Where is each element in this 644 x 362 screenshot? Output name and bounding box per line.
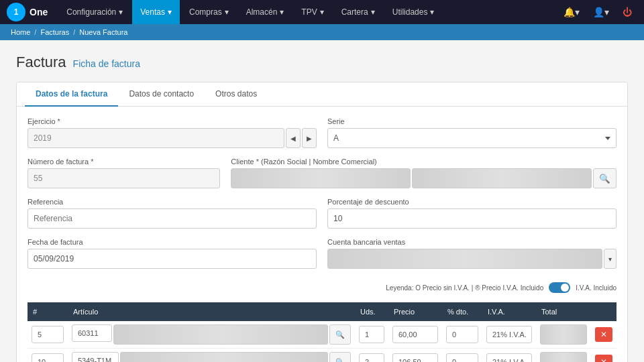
user-button[interactable]: 👤 ▾ [588,0,614,24]
row2-uds-input[interactable] [359,353,384,362]
col-precio: Precio [388,302,442,321]
porcentaje-input[interactable] [327,208,616,229]
row1-precio [388,321,442,349]
invoice-table: # Artículo Uds. Precio % dto. I.V.A. Tot… [28,302,616,362]
row1-num-input[interactable] [32,326,64,343]
row2-delete-btn[interactable]: ✕ [595,355,612,362]
form-row-4: Fecha de factura Cuenta bancaria ventas … [28,238,616,269]
power-button[interactable]: ⏻ [617,0,637,24]
row1-search-btn[interactable]: 🔍 [329,324,351,345]
col-total: Total [536,302,591,321]
fecha-input[interactable] [28,249,317,269]
nav-item-compras[interactable]: Compras ▾ [181,0,237,24]
chevron-down-icon: ▾ [168,7,172,17]
ejercicio-group: Ejercicio * ◀ ▶ [28,117,317,148]
table-row: 🔍 [28,321,616,349]
brand[interactable]: 1 One [7,3,48,21]
nav-item-tpv[interactable]: TPV ▾ [293,0,331,24]
breadcrumb-home[interactable]: Home [11,28,30,36]
col-uds: Uds. [355,302,388,321]
fecha-label: Fecha de factura [28,238,317,246]
row2-desc-input[interactable] [120,352,328,362]
row1-code-input[interactable] [72,324,112,342]
row2-article: 🔍 [68,349,355,363]
tab-datos-contacto[interactable]: Datos de contacto [118,82,205,107]
form-row-1: Ejercicio * ◀ ▶ Serie A [28,117,616,148]
row1-total [536,321,591,349]
navbar: 1 One Configuración ▾ Ventas ▾ Compras ▾… [0,0,644,24]
legend-text: Leyenda: O Precio sin I.V.A. | ® Precio … [386,284,543,292]
serie-group: Serie A [327,117,616,148]
ejercicio-next-btn[interactable]: ▶ [302,128,317,148]
row2-precio-input[interactable] [392,353,438,362]
nav-item-cartera[interactable]: Cartera ▾ [333,0,383,24]
serie-select[interactable]: A [327,128,616,148]
cuenta-input[interactable] [327,249,602,269]
cuenta-group: Cuenta bancaria ventas ▾ [327,238,616,269]
form-row-3: Referencia Porcentaje de descuento [28,198,616,229]
row1-delete-btn[interactable]: ✕ [595,327,612,342]
brand-logo: 1 [7,3,25,21]
ejercicio-input[interactable] [28,128,284,148]
cuenta-dropdown-icon[interactable]: ▾ [604,249,616,269]
chevron-down-icon: ▾ [119,7,123,17]
main-card: Datos de la factura Datos de contacto Ot… [16,82,628,362]
chevron-down-icon: ▾ [575,7,580,17]
content: Factura Ficha de factura Datos de la fac… [0,40,644,362]
ejercicio-prev-btn[interactable]: ◀ [286,128,301,148]
row2-iva [482,349,536,363]
row1-dto-input[interactable] [446,326,478,343]
nav-item-ventas[interactable]: Ventas ▾ [132,0,180,24]
tabs: Datos de la factura Datos de contacto Ot… [17,82,627,107]
row1-precio-input[interactable] [392,326,438,343]
chevron-down-icon: ▾ [604,7,609,17]
cliente-search-btn[interactable]: 🔍 [593,168,616,188]
chevron-down-icon: ▾ [225,7,229,17]
col-num: # [28,302,68,321]
form-body: Ejercicio * ◀ ▶ Serie A Númer [17,107,627,362]
col-iva: I.V.A. [482,302,536,321]
cliente-input-group: 🔍 [231,168,616,188]
referencia-group: Referencia [28,198,317,229]
tab-otros-datos[interactable]: Otros datos [205,82,268,107]
numero-label: Número de factura * [28,158,220,166]
form-row-2: Número de factura * Cliente * (Razón Soc… [28,158,616,188]
numero-input[interactable] [28,168,220,188]
cliente-comercial-input[interactable] [412,168,592,188]
row1-uds [355,321,388,349]
nav-item-configuracion[interactable]: Configuración ▾ [58,0,131,24]
iva-toggle-label: I.V.A. Incluido [576,284,616,292]
breadcrumb-facturas[interactable]: Facturas [40,28,69,36]
page-title: Factura [16,54,66,71]
cliente-razon-input[interactable] [231,168,411,188]
row1-iva-input[interactable] [486,326,532,343]
nav-icons: 🔔 ▾ 👤 ▾ ⏻ [558,0,637,24]
row2-total-value [540,352,587,362]
notification-button[interactable]: 🔔 ▾ [558,0,585,24]
table-header-row: # Artículo Uds. Precio % dto. I.V.A. Tot… [28,302,616,321]
brand-name: One [30,7,48,17]
nav-item-almacen[interactable]: Almacén ▾ [238,0,292,24]
row1-uds-input[interactable] [359,326,384,343]
row2-search-btn[interactable]: 🔍 [329,352,351,362]
numero-group: Número de factura * [28,158,220,188]
row1-iva [482,321,536,349]
page-header: Factura Ficha de factura [16,54,628,71]
row2-num-input[interactable] [32,353,64,362]
tab-datos-factura[interactable]: Datos de la factura [25,82,118,107]
row2-code-input[interactable] [72,352,119,362]
porcentaje-label: Porcentaje de descuento [327,198,616,206]
row2-iva-input[interactable] [486,353,532,362]
row1-desc-input[interactable] [113,324,328,345]
nav-item-utilidades[interactable]: Utilidades ▾ [384,0,443,24]
row1-article: 🔍 [68,321,355,349]
col-dto: % dto. [442,302,482,321]
breadcrumb-sep2: / [73,28,75,36]
row1-dto [442,321,482,349]
col-articulo: Artículo [68,302,355,321]
row2-dto-input[interactable] [446,353,478,362]
referencia-input[interactable] [28,208,317,229]
iva-toggle[interactable] [549,282,570,293]
row2-precio [388,349,442,363]
cliente-label: Cliente * (Razón Social | Nombre Comerci… [231,158,616,166]
